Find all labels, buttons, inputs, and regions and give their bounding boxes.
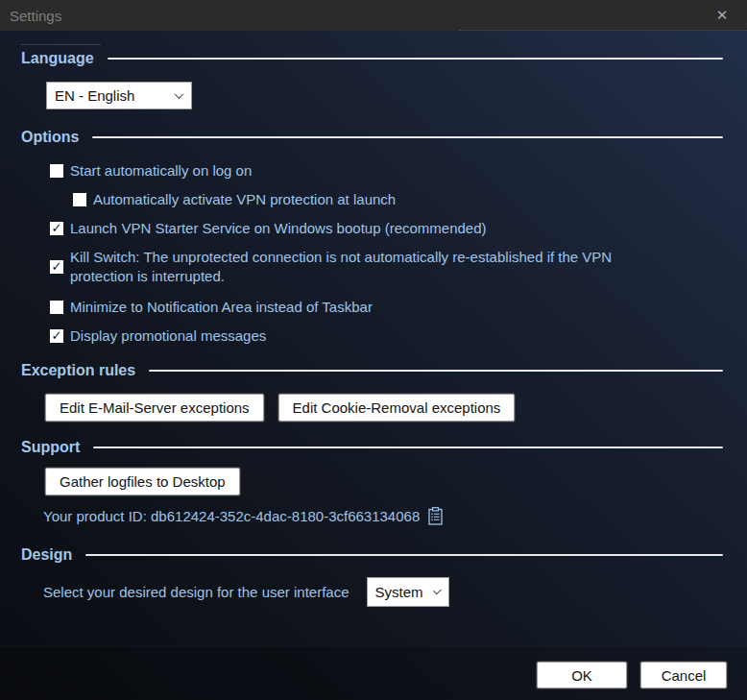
support-heading-label: Support [21,439,80,456]
language-heading-label: Language [21,50,94,67]
option-row-minimize-to-tray: Minimize to Notification Area instead of… [50,298,723,317]
checkbox-minimize-to-tray[interactable] [50,301,63,314]
product-id-row: Your product ID: db612424-352c-4dac-8180… [43,507,723,525]
titlebar: Settings ✕ [0,0,747,31]
checkbox-launch-starter-service[interactable]: ✓ [50,222,63,235]
heading-rule [93,447,723,448]
chevron-down-icon [175,89,184,99]
option-label: Kill Switch: The unprotected connection … [70,248,624,286]
edit-cookie-removal-exceptions-button[interactable]: Edit Cookie-Removal exceptions [278,394,516,422]
option-label: Automatically activate VPN protection at… [93,190,396,209]
options-heading-label: Options [21,129,79,146]
design-row: Select your desired design for the user … [43,577,723,607]
window-title: Settings [0,8,61,24]
cancel-button[interactable]: Cancel [640,662,727,688]
language-dropdown-value: EN - English [55,87,134,104]
settings-window: Settings ✕ Language EN - English Options… [0,0,747,700]
option-row-launch-starter-service: ✓ Launch VPN Starter Service on Windows … [50,219,723,238]
heading-rule [108,58,723,60]
footer-buttons: OK Cancel [537,662,727,688]
chevron-down-icon [433,587,441,594]
support-section-heading: Support [21,437,723,458]
language-dropdown[interactable]: EN - English [46,82,192,109]
settings-content: Language EN - English Options Start auto… [0,31,747,700]
edit-email-server-exceptions-button[interactable]: Edit E-Mail-Server exceptions [45,394,264,422]
titlebar-dotted-divider [459,30,747,31]
design-heading-label: Design [21,546,72,564]
checkbox-kill-switch[interactable]: ✓ [50,260,63,274]
checkbox-promotional-messages[interactable]: ✓ [50,329,63,343]
exception-rules-heading-label: Exception rules [21,362,135,379]
ok-button[interactable]: OK [537,662,627,688]
check-icon: ✓ [52,260,62,274]
heading-rule [85,554,723,556]
checkbox-start-automatically[interactable] [50,164,63,178]
focus-line [21,44,101,45]
option-label: Minimize to Notification Area instead of… [70,298,373,317]
design-dropdown[interactable]: System [367,577,449,607]
option-label: Start automatically on log on [70,161,252,181]
checkbox-auto-activate-vpn[interactable] [73,193,86,206]
option-row-promotional-messages: ✓ Display promotional messages [50,326,723,346]
design-dropdown-value: System [375,584,423,600]
options-section-heading: Options [21,127,723,148]
support-button-row: Gather logfiles to Desktop [45,468,723,495]
check-icon: ✓ [52,222,62,235]
option-label: Launch VPN Starter Service on Windows bo… [70,219,487,238]
heading-rule [92,136,723,138]
gather-logfiles-button[interactable]: Gather logfiles to Desktop [45,468,240,495]
option-row-start-automatically: Start automatically on log on [50,161,723,181]
heading-rule [149,370,723,372]
design-section-heading: Design [21,544,723,566]
product-id-text: Your product ID: db612424-352c-4dac-8180… [43,508,420,524]
option-row-auto-activate-vpn: Automatically activate VPN protection at… [73,190,723,209]
language-section-heading: Language [21,48,723,69]
close-icon[interactable]: ✕ [703,0,741,31]
options-list: Start automatically on log on Automatica… [21,161,723,346]
check-icon: ✓ [52,329,62,343]
exception-buttons-row: Edit E-Mail-Server exceptions Edit Cooki… [45,394,723,422]
option-row-kill-switch: ✓ Kill Switch: The unprotected connectio… [50,248,723,286]
clipboard-copy-icon[interactable] [428,507,443,525]
exception-rules-section-heading: Exception rules [21,360,723,381]
option-label: Display promotional messages [70,326,266,346]
design-label: Select your desired design for the user … [43,584,349,600]
